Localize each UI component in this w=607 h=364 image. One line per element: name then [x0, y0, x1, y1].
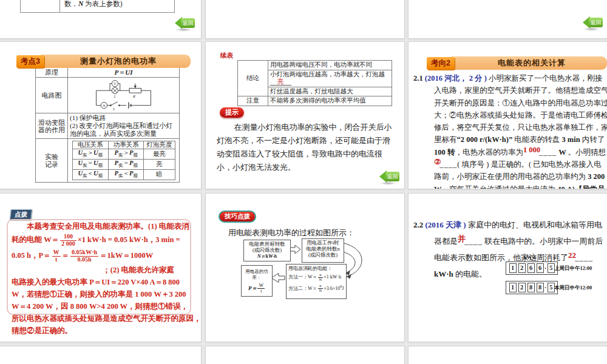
hint-paragraph: 在测量小灯泡电功率的实验中，闭合开关后小灯泡不亮，不一定是小灯泡断路，还可能是由…: [217, 121, 396, 174]
decimal-dot: ·: [544, 265, 546, 272]
flow-box-revolutions: 用电器工作t时电能表的转数n(或闪烁次数): [302, 238, 344, 263]
kaodian-badge: 考点3: [16, 55, 44, 68]
slide-d2: [205, 346, 405, 364]
slide-d3: [408, 346, 607, 364]
hint-badge: 提示: [220, 107, 244, 118]
answer-blank: ____: [439, 160, 457, 169]
principle-formula: P＝UI: [68, 68, 180, 78]
back-button-label: 返回: [181, 18, 195, 28]
slide-a1: 数，N 为表上参数) 返回: [0, 0, 202, 39]
row-label: 电路图: [36, 78, 68, 113]
slide-a2: 用电器的功率大，表示它消耗电能快，用电时间长不一 定消耗电能多。: [205, 0, 405, 39]
meter-reading-this-week: 1 2 8 8 · 5: [506, 281, 558, 294]
flow-box-energy: 用电器消耗的电能： 方法一：W＝nN×1 kW·h 方法二：W＝nN×3.6×1…: [286, 264, 347, 299]
record-table: 电压关系 功率关系 灯泡亮度 U实＞U额 P实＞P额 最亮 U实＝U额 P实＝P…: [72, 141, 175, 180]
problem-source: (2016 河北， 2 分 ): [425, 74, 489, 83]
conclusion-2-cell: 小灯泡两端电压越高，功率越大，灯泡越 亮: [268, 70, 392, 87]
row-label: 结论: [238, 61, 268, 96]
slide-problem-2-2: 2.2 (2016 天津 ) 家庭中的电灯、电视机和电冰箱等用电器都是并____…: [408, 193, 607, 342]
slide-kaodian3: 考点3 测量小灯泡的电功率 原理 P＝UI 电路图: [0, 41, 202, 189]
experiment-table: 原理 P＝UI 电路图: [35, 67, 180, 183]
svg-text:R′: R′: [132, 95, 137, 98]
back-button[interactable]: 返回: [379, 170, 400, 185]
continued-table-label: 续表: [220, 52, 233, 60]
slide-xubiao: 续表 结论 用电器两端电压不同，电功率就不同 小灯泡两端电压越高，功率越大，灯泡…: [205, 41, 405, 189]
flowchart-intro: 用电能表测电功率的过程如图所示：: [228, 228, 354, 238]
slide-a3: 用电器额定功率与外加电压和通过的电流无关。 返回: [408, 0, 607, 39]
answer-series: 并: [458, 234, 466, 243]
row-label: 原理: [36, 68, 68, 78]
back-button[interactable]: 返回: [175, 17, 195, 32]
meter-time-label: 上周日中午12:00: [554, 265, 592, 272]
flowchart: 电能表所标转数(或闪烁次数)N r/kW·h 用电器工作t时电能表的转数n(或闪…: [236, 238, 387, 311]
kaoxiang-badge: 考向2: [427, 57, 455, 70]
table-fragment-text: 数，N 为表上参数): [64, 0, 123, 8]
slider-function-cell: (1) 保护电路 (2) 改变小灯泡两端电压和通过小灯泡的电流，从而实现多次测量: [68, 113, 180, 139]
slide-d1: [0, 346, 202, 364]
meter-time-label: 本周日中午12:00: [554, 285, 592, 292]
flow-box-meter-rating: 电能表所标转数(或闪烁次数)N r/kW·h: [243, 240, 291, 261]
decimal-dot: ·: [544, 285, 546, 291]
slide-grid-page: 数，N 为表上参数) 返回 用电器的功率大，表示它消耗电能快，用电时间长不一 定…: [0, 0, 607, 364]
problem-source: (2016 天津 ): [426, 220, 468, 229]
svg-text:S: S: [113, 107, 115, 111]
conclusion-table: 结论 用电器两端电压不同，电功率就不同 小灯泡两端电压越高，功率越大，灯泡越 亮…: [237, 60, 392, 106]
svg-text:L: L: [114, 95, 116, 98]
energy-meter-figure: kW·h 1 2 6 6 · 5 上周日中午12:00 1 2 8 8 · 5 …: [506, 254, 607, 303]
back-button-shadow: [380, 181, 396, 185]
flow-box-power: 用电器的功率： P＝Wt: [241, 265, 273, 297]
row-label: 注意: [238, 96, 268, 106]
answer-blank: ____: [539, 148, 557, 157]
row-label: 实验记录: [36, 139, 68, 183]
back-button-shadow: [583, 27, 600, 31]
back-button-label: 返回: [385, 172, 399, 181]
table-fragment: 数，N 为表上参数): [20, 0, 175, 13]
answer-blank: ____: [464, 237, 483, 246]
problem-2-1: 2.1 (2016 河北， 2 分 ) 小明家新买了一个电热水器，刚接入电路，家…: [413, 72, 607, 189]
back-button[interactable]: 返回: [583, 16, 603, 31]
svg-text:A: A: [103, 104, 106, 107]
meter-reading-last-week: 1 2 6 6 · 5: [506, 261, 558, 275]
answer-power: 1 000: [523, 146, 540, 154]
back-button-shadow: [175, 28, 192, 32]
answer-choice: ②: [434, 158, 441, 166]
section-title: 测量小灯泡的电功率: [41, 55, 191, 68]
back-button-label: 返回: [589, 18, 603, 27]
meter-unit-label: kW·h: [524, 254, 537, 260]
section-title: 电能表的相关计算: [452, 56, 607, 70]
slide-dianbo: 点拨 本题考查安全用电及电能表测功率。(1) 电能表消 耗的电能 W＝1002 …: [0, 193, 202, 342]
skill-badge: 技巧点拨: [219, 211, 256, 223]
problem-number: 2.1: [413, 74, 423, 83]
row-label: 滑动变阻器的作用: [36, 113, 68, 139]
svg-text:V: V: [114, 82, 117, 86]
circuit-diagram: V L R′ A S: [76, 79, 171, 112]
slide-kaoxiang2: 考向2 电能表的相关计算 2.1 (2016 河北， 2 分 ) 小明家新买了一…: [408, 41, 607, 189]
slide-jiqiao: 技巧点拨 用电能表测电功率的过程如图所示： 电能表所标转数(或闪烁次数)N r/…: [205, 193, 405, 342]
problem-number: 2.2: [413, 220, 423, 229]
dianbo-analysis: 本题考查安全用电及电能表测功率。(1) 电能表消 耗的电能 W＝1002 000…: [12, 221, 189, 338]
